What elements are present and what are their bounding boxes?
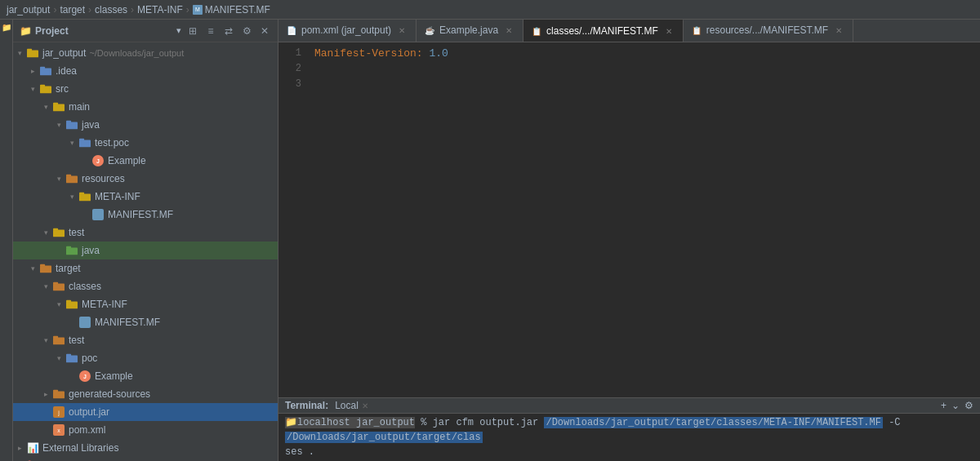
tree-item-test2[interactable]: test [13, 331, 278, 349]
tree-item-example2[interactable]: J Example [13, 367, 278, 385]
svg-rect-29 [66, 354, 71, 357]
split-terminal-icon[interactable]: ⌄ [951, 400, 960, 411]
tree-item-manifest2[interactable]: MANIFEST.MF [13, 313, 278, 331]
manifest-icon2 [79, 317, 91, 328]
label-classes: classes [69, 281, 101, 292]
compact-icon[interactable]: ≡ [204, 24, 217, 38]
breadcrumb-sep3: › [131, 4, 134, 16]
breadcrumb-classes[interactable]: classes [95, 4, 127, 16]
tree-item-main[interactable]: main [13, 98, 278, 116]
label-main: main [69, 101, 90, 113]
main-layout: 📁 📁 Project ▾ ⊞ ≡ ⇄ ⚙ ✕ jar_output ~/Dow… [0, 20, 980, 461]
tab-pom[interactable]: 📄 pom.xml (jar_output) ✕ [278, 20, 416, 42]
arrow-metainf2 [52, 298, 65, 311]
terminal-actions: + ⌄ ⚙ [941, 400, 973, 411]
label-example2: Example [95, 370, 133, 382]
code-line-3 [314, 77, 973, 92]
svg-rect-27 [53, 336, 58, 339]
tab-example-close[interactable]: ✕ [503, 24, 514, 36]
panel-dropdown-arrow[interactable]: ▾ [176, 25, 181, 36]
project-icon[interactable]: 📁 [2, 23, 11, 33]
locate-icon[interactable]: ⊞ [186, 24, 199, 38]
tab-classesmf[interactable]: 📋 classes/.../MANIFEST.MF ✕ [523, 20, 684, 42]
folder-icon-src [39, 82, 52, 95]
arrow-metainf1 [65, 190, 78, 203]
arrow-test1 [39, 226, 52, 239]
svg-rect-2 [40, 69, 51, 76]
code-line-2 [314, 61, 973, 77]
svg-rect-14 [79, 194, 91, 202]
breadcrumb-manifest[interactable]: M MANIFEST.MF [193, 4, 270, 16]
terminal-sep: -C [889, 417, 900, 428]
terminal-continuation: ses . [285, 446, 314, 458]
label-manifest2: MANIFEST.MF [95, 317, 160, 328]
svg-rect-23 [53, 282, 58, 285]
manifest-icon: M [193, 5, 203, 15]
svg-rect-25 [66, 300, 71, 303]
label-metainf1: META-INF [95, 191, 140, 202]
code-line-1: Manifest-Version: 1.0 [314, 46, 973, 61]
tab-classesmf-close[interactable]: ✕ [663, 25, 675, 37]
folder-icon-java1 [65, 118, 78, 131]
arrow-classes [39, 280, 52, 293]
terminal-local-tab[interactable]: Local ✕ [335, 400, 368, 411]
tree-item-testpoc[interactable]: test.poc [13, 134, 278, 152]
tab-pom-label: pom.xml (jar_output) [301, 24, 391, 36]
folder-icon-resources [65, 172, 78, 185]
breadcrumb-jar-output[interactable]: jar_output [7, 4, 50, 16]
xml-icon: x [53, 424, 65, 436]
tree-item-classes[interactable]: classes [13, 277, 278, 295]
folder-icon-jar-output [26, 47, 39, 60]
tree-item-outputjar[interactable]: j output.jar [13, 403, 278, 421]
arrow-java1 [52, 118, 65, 131]
expand-icon[interactable]: ⇄ [222, 24, 235, 38]
tree-item-pomxml[interactable]: x pom.xml [13, 421, 278, 439]
tree-item-target[interactable]: target [13, 259, 278, 277]
tree-item-metainf2[interactable]: META-INF [13, 295, 278, 313]
tree-item-metainf1[interactable]: META-INF [13, 188, 278, 206]
tree-item-scratches[interactable]: ✏️ Scratches and Consoles [13, 457, 278, 461]
tab-pom-close[interactable]: ✕ [396, 24, 408, 36]
path-jar-output: ~/Downloads/jar_output [89, 48, 184, 58]
terminal-section: Terminal: Local ✕ + ⌄ ⚙ 📁localhost jar_o… [278, 397, 980, 461]
svg-rect-9 [66, 121, 71, 123]
tree-item-resources[interactable]: resources [13, 170, 278, 188]
label-idea: .idea [56, 65, 77, 77]
add-terminal-icon[interactable]: + [941, 400, 947, 411]
breadcrumb-metainf[interactable]: META-INF [137, 4, 183, 16]
tree-item-poc[interactable]: poc [13, 349, 278, 367]
folder-icon-metainf1 [78, 190, 91, 203]
file-icon-outputjar: j [52, 406, 65, 419]
panel-header-actions: ⊞ ≡ ⇄ ⚙ ✕ [186, 24, 271, 38]
terminal-tab-close[interactable]: ✕ [362, 401, 368, 410]
tab-resourcesmf[interactable]: 📋 resources/.../MANIFEST.MF ✕ [684, 20, 853, 42]
svg-rect-26 [53, 338, 65, 345]
svg-rect-31 [53, 390, 58, 392]
close-panel-icon[interactable]: ✕ [258, 24, 271, 38]
settings-terminal-icon[interactable]: ⚙ [964, 400, 973, 411]
arrow-test2 [39, 334, 52, 347]
tree-item-java2[interactable]: java [13, 242, 278, 259]
breadcrumb-target[interactable]: target [60, 4, 85, 16]
file-icon-manifest1 [91, 208, 105, 221]
svg-rect-4 [40, 86, 51, 94]
tree-item-extlibs[interactable]: 📊 External Libraries [13, 439, 278, 457]
label-test2: test [69, 335, 84, 346]
line-num-3: 3 [278, 77, 301, 92]
tab-example[interactable]: ☕ Example.java ✕ [416, 20, 523, 42]
tree-item-test1[interactable]: test [13, 224, 278, 242]
tree-item-manifest1[interactable]: MANIFEST.MF [13, 206, 278, 224]
svg-rect-17 [53, 228, 58, 231]
tree-item-src[interactable]: src [13, 80, 278, 98]
settings-icon[interactable]: ⚙ [240, 24, 253, 38]
svg-rect-8 [66, 122, 78, 130]
tree-item-jar-output[interactable]: jar_output ~/Downloads/jar_output [13, 44, 278, 62]
tree-item-generated[interactable]: generated-sources [13, 385, 278, 403]
tree-item-idea[interactable]: .idea [13, 62, 278, 80]
tab-resourcesmf-close[interactable]: ✕ [833, 24, 844, 36]
tab-resourcesmf-label: resources/.../MANIFEST.MF [706, 24, 828, 36]
code-area[interactable]: Manifest-Version: 1.0 [308, 42, 980, 397]
terminal-content[interactable]: 📁localhost jar_output % jar cfm output.j… [278, 414, 980, 461]
tree-item-example1[interactable]: J Example [13, 152, 278, 170]
tree-item-java1[interactable]: java [13, 116, 278, 134]
